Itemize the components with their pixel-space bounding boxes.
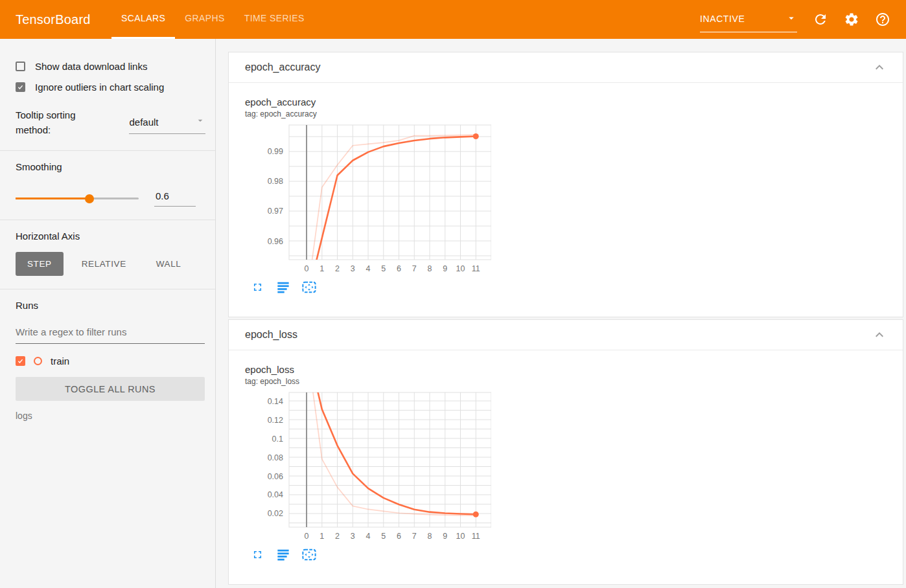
- smoothing-slider[interactable]: [16, 198, 139, 199]
- help-button[interactable]: [875, 12, 890, 27]
- chart-tag: tag: epoch_loss: [245, 377, 903, 386]
- svg-text:0.02: 0.02: [268, 509, 283, 518]
- settings-button[interactable]: [844, 12, 859, 27]
- ignore-outliers-label: Ignore outliers in chart scaling: [35, 82, 164, 93]
- section-title: epoch_loss: [245, 329, 297, 341]
- svg-text:0.04: 0.04: [268, 490, 283, 499]
- scalar-chart-epoch-accuracy[interactable]: 0.960.970.980.9901234567891011: [245, 122, 491, 275]
- svg-text:0.1: 0.1: [272, 435, 283, 444]
- svg-text:2: 2: [335, 532, 340, 541]
- fit-domain-icon: [302, 548, 316, 561]
- tab-time-series[interactable]: TIME SERIES: [235, 0, 314, 39]
- fit-domain-button[interactable]: [302, 280, 316, 294]
- svg-text:4: 4: [366, 264, 371, 273]
- horizontal-axis-section: Horizontal Axis STEP RELATIVE WALL: [0, 220, 215, 289]
- chart-actions: [251, 547, 903, 561]
- run-train-label: train: [51, 356, 69, 367]
- svg-text:0.06: 0.06: [268, 472, 283, 481]
- axis-relative-button[interactable]: RELATIVE: [70, 252, 138, 276]
- header-controls: INACTIVE: [700, 0, 906, 39]
- show-download-links-row: Show data download links: [16, 61, 205, 72]
- svg-text:11: 11: [472, 532, 480, 541]
- sidebar-general-section: Show data download links Ignore outliers…: [0, 39, 215, 151]
- toggle-all-runs-button[interactable]: TOGGLE ALL RUNS: [16, 377, 205, 401]
- tooltip-sorting-select[interactable]: default: [129, 113, 205, 134]
- horizontal-axis-buttons: STEP RELATIVE WALL: [16, 252, 205, 276]
- show-download-links-label: Show data download links: [35, 61, 147, 72]
- svg-text:0.14: 0.14: [268, 397, 283, 406]
- section-header[interactable]: epoch_accuracy: [229, 52, 903, 83]
- svg-text:0: 0: [305, 532, 309, 541]
- collapse-section-button[interactable]: [872, 60, 887, 75]
- runs-label: Runs: [16, 300, 205, 311]
- tooltip-sorting-value: default: [129, 117, 158, 128]
- smoothing-slider-fill: [16, 198, 89, 199]
- help-icon: [875, 12, 890, 27]
- smoothing-slider-thumb[interactable]: [85, 194, 94, 203]
- fit-domain-button[interactable]: [302, 547, 316, 561]
- chart-title: epoch_loss: [245, 364, 903, 375]
- expand-chart-button[interactable]: [251, 280, 266, 294]
- svg-text:5: 5: [381, 532, 386, 541]
- svg-text:6: 6: [397, 532, 401, 541]
- section-header[interactable]: epoch_loss: [229, 320, 903, 350]
- expand-chart-button[interactable]: [251, 547, 266, 561]
- log-scale-button[interactable]: [277, 547, 291, 561]
- chart-actions: [251, 280, 903, 294]
- svg-text:10: 10: [456, 532, 465, 541]
- main-panel: epoch_accuracy epoch_accuracy tag: epoch…: [216, 39, 906, 588]
- svg-text:0.97: 0.97: [268, 207, 283, 216]
- svg-text:8: 8: [428, 264, 432, 273]
- log-directory-label: logs: [16, 411, 205, 421]
- svg-text:1: 1: [319, 532, 324, 541]
- chart-tag: tag: epoch_accuracy: [245, 109, 903, 119]
- chart-card: epoch_accuracy tag: epoch_accuracy 0.960…: [229, 83, 903, 294]
- refresh-button[interactable]: [813, 12, 828, 27]
- svg-text:0.99: 0.99: [268, 147, 283, 156]
- scalar-chart-epoch-loss[interactable]: 0.020.040.060.080.10.120.140123456789101…: [245, 390, 491, 543]
- runs-filter-input[interactable]: [16, 321, 205, 344]
- chevron-down-icon: [195, 115, 205, 128]
- svg-text:11: 11: [472, 264, 480, 273]
- tooltip-sorting-label: Tooltip sorting method:: [16, 108, 99, 137]
- svg-text:2: 2: [335, 264, 340, 273]
- smoothing-value-input[interactable]: [154, 190, 196, 207]
- log-scale-icon: [277, 548, 291, 561]
- expand-icon: [251, 281, 266, 293]
- horizontal-axis-label: Horizontal Axis: [16, 231, 205, 242]
- svg-text:3: 3: [351, 532, 355, 541]
- svg-text:9: 9: [443, 264, 447, 273]
- fit-domain-icon: [302, 281, 316, 293]
- expand-icon: [251, 548, 266, 561]
- smoothing-slider-row: [16, 190, 205, 207]
- status-label: INACTIVE: [700, 14, 745, 24]
- run-train-checkbox[interactable]: [16, 356, 25, 366]
- collapse-section-button[interactable]: [872, 327, 887, 343]
- tooltip-sorting-row: Tooltip sorting method: default: [16, 108, 205, 137]
- chevron-up-icon: [872, 335, 887, 345]
- section-epoch-loss: epoch_loss epoch_loss tag: epoch_loss 0.…: [228, 319, 903, 585]
- ignore-outliers-checkbox[interactable]: [16, 82, 25, 92]
- run-color-circle-icon[interactable]: [34, 357, 42, 365]
- svg-text:0.12: 0.12: [268, 416, 283, 425]
- chart-card: epoch_loss tag: epoch_loss 0.020.040.060…: [229, 350, 903, 561]
- section-title: epoch_accuracy: [245, 62, 321, 73]
- chart-title: epoch_accuracy: [245, 96, 903, 107]
- svg-text:0: 0: [305, 264, 309, 273]
- svg-text:7: 7: [412, 532, 417, 541]
- svg-text:3: 3: [351, 264, 355, 273]
- svg-text:4: 4: [366, 532, 371, 541]
- runs-section: Runs train TOGGLE ALL RUNS logs: [0, 289, 215, 434]
- axis-wall-button[interactable]: WALL: [145, 252, 193, 276]
- svg-text:0.08: 0.08: [268, 453, 283, 462]
- tab-scalars[interactable]: SCALARS: [111, 0, 175, 39]
- log-scale-button[interactable]: [277, 280, 291, 294]
- tab-graphs[interactable]: GRAPHS: [175, 0, 235, 39]
- svg-text:8: 8: [428, 532, 432, 541]
- svg-text:1: 1: [319, 264, 324, 273]
- show-download-links-checkbox[interactable]: [16, 62, 25, 71]
- refresh-icon: [813, 12, 828, 27]
- reload-interval-select[interactable]: INACTIVE: [700, 12, 797, 32]
- ignore-outliers-row: Ignore outliers in chart scaling: [16, 82, 205, 93]
- axis-step-button[interactable]: STEP: [16, 252, 64, 276]
